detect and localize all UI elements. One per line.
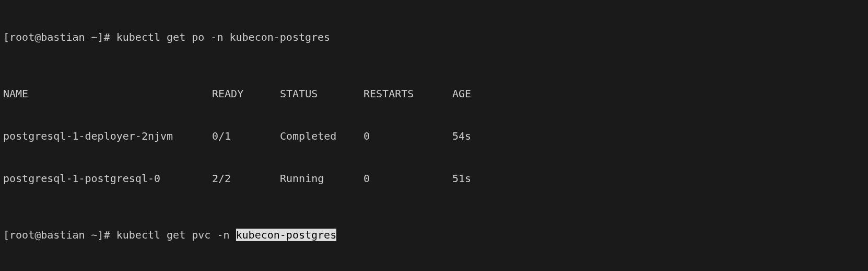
col-restarts: RESTARTS xyxy=(363,87,452,101)
col-age: AGE xyxy=(452,87,505,101)
cmd-line-1: [root@bastian ~]# kubectl get po -n kube… xyxy=(3,30,865,44)
cmd-line-2: [root@bastian ~]# kubectl get pvc -n kub… xyxy=(3,228,865,242)
col-ready: READY xyxy=(212,87,280,101)
pod-row: postgresql-1-postgresql-02/2Running051s xyxy=(3,172,865,186)
selected-text: kubecon-postgres xyxy=(236,229,337,241)
command-part: kubectl get pvc -n xyxy=(116,229,236,241)
command: kubectl get po -n kubecon-postgres xyxy=(116,31,330,43)
terminal[interactable]: [root@bastian ~]# kubectl get po -n kube… xyxy=(0,0,868,271)
col-name: NAME xyxy=(3,87,212,101)
prompt: [root@bastian ~]# xyxy=(3,229,116,241)
prompt: [root@bastian ~]# xyxy=(3,31,116,43)
col-status: STATUS xyxy=(280,87,363,101)
pod-row: postgresql-1-deployer-2njvm0/1Completed0… xyxy=(3,129,865,143)
pods-header: NAMEREADYSTATUSRESTARTSAGE xyxy=(3,87,865,101)
